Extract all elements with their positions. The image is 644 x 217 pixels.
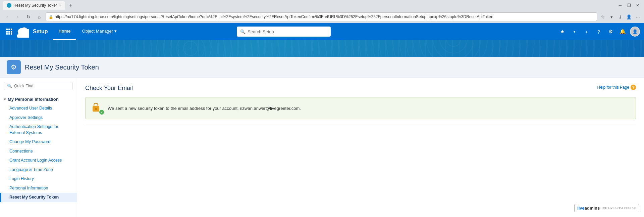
svg-rect-3 <box>6 31 8 33</box>
browser-settings-icon[interactable]: ⋯ <box>634 13 641 20</box>
svg-rect-6 <box>6 33 8 35</box>
svg-rect-2 <box>11 29 12 30</box>
sidebar-item-language-timezone[interactable]: Language & Time Zone <box>0 165 77 175</box>
settings-icon[interactable]: ⚙ <box>606 27 616 37</box>
page-header-icon: ⚙ <box>7 60 21 74</box>
help-for-page-link[interactable]: Help for this Page ? <box>597 85 636 90</box>
page-header: ⚙ Reset My Security Token <box>0 57 644 78</box>
salesforce-logo[interactable] <box>17 26 29 38</box>
nav-tabs: Home Object Manager ▾ <box>53 23 122 40</box>
svg-rect-1 <box>8 29 10 30</box>
app-launcher-button[interactable] <box>4 27 14 37</box>
minimize-button[interactable]: ─ <box>616 2 624 9</box>
tab-object-manager[interactable]: Object Manager ▾ <box>77 23 122 40</box>
window-controls: ─ ❐ ✕ <box>616 2 641 9</box>
tab-favicon <box>7 3 11 8</box>
main-area: 🔍 ▾ My Personal Information Advanced Use… <box>0 78 644 217</box>
bookmark-icon[interactable]: ☆ <box>599 13 606 20</box>
sidebar-group-header[interactable]: ▾ My Personal Information <box>0 95 77 104</box>
quickfind-input[interactable] <box>14 84 70 88</box>
svg-rect-4 <box>8 31 10 33</box>
quickfind-container: 🔍 <box>0 82 77 93</box>
grid-icon <box>6 29 12 35</box>
browser-addressbar: ‹ › ↻ ⌂ 🔒 https://na174.lightning.force.… <box>0 11 644 23</box>
sidebar-item-change-password[interactable]: Change My Password <box>0 137 77 147</box>
app-title: Setup <box>33 29 48 35</box>
content-inner: Check Your Email Help for this Page ? <box>77 78 644 140</box>
liveadmins-live-text: live <box>577 206 585 211</box>
help-icon[interactable]: ? <box>594 27 604 37</box>
sidebar-section: ▾ My Personal Information Advanced User … <box>0 93 77 204</box>
sidebar-item-grant-access[interactable]: Grant Account Login Access <box>0 156 77 165</box>
favorites-dropdown-icon[interactable]: ▾ <box>570 27 580 37</box>
forward-button[interactable]: › <box>13 12 22 21</box>
svg-point-9 <box>18 28 28 35</box>
liveadmins-tagline: THE LIVE CHAT PEOPLE <box>601 207 636 210</box>
download-icon[interactable]: ⤓ <box>616 13 624 20</box>
svg-rect-5 <box>11 31 12 33</box>
back-button[interactable]: ‹ <box>3 12 11 21</box>
success-message-box: ✓ We sent a new security token to the em… <box>85 97 636 119</box>
svg-rect-7 <box>8 33 10 35</box>
bookmark-list-icon[interactable]: ▾ <box>608 13 615 20</box>
dropdown-chevron-icon: ▾ <box>114 29 117 34</box>
lock-icon: 🔒 <box>49 15 53 19</box>
tab-close-button[interactable]: × <box>59 3 61 7</box>
new-tab-button[interactable]: + <box>66 2 75 8</box>
address-url: https://na174.lightning.force.com/lightn… <box>55 14 493 19</box>
success-message-text: We sent a new security token to the emai… <box>108 106 301 111</box>
favorites-icon[interactable]: ★ <box>557 27 568 37</box>
search-input[interactable] <box>248 29 325 34</box>
gear-icon: ⚙ <box>11 63 17 71</box>
sidebar-item-auth-settings[interactable]: Authentication Settings for External Sys… <box>0 122 77 137</box>
help-badge-icon: ? <box>631 85 636 90</box>
maximize-button[interactable]: ❐ <box>625 2 633 9</box>
chevron-down-icon: ▾ <box>4 97 6 101</box>
svg-rect-0 <box>6 29 8 30</box>
help-link-text: Help for this Page <box>597 85 629 90</box>
sidebar-item-personal-information[interactable]: Personal Information <box>0 184 77 193</box>
profile-icon[interactable]: 👤 <box>625 13 633 20</box>
success-icon-wrapper: ✓ <box>91 102 103 114</box>
content-area: Check Your Email Help for this Page ? <box>77 78 644 217</box>
sidebar-item-login-history[interactable]: Login History <box>0 174 77 184</box>
tab-label: Reset My Security Toker <box>13 3 57 8</box>
top-navigation: Setup Home Object Manager ▾ 🔍 ★ ▾ + ? ⚙ … <box>0 23 644 40</box>
browser-chrome: Reset My Security Toker × + ─ ❐ ✕ ‹ › ↻ … <box>0 0 644 23</box>
quickfind-input-wrapper[interactable]: 🔍 <box>4 82 73 90</box>
check-badge-icon: ✓ <box>99 110 104 115</box>
close-button[interactable]: ✕ <box>634 2 641 9</box>
browser-tab[interactable]: Reset My Security Toker × <box>3 1 65 10</box>
tab-home[interactable]: Home <box>53 23 76 40</box>
liveadmins-watermark: live admins THE LIVE CHAT PEOPLE <box>574 204 639 212</box>
home-button[interactable]: ⌂ <box>35 12 44 21</box>
refresh-button[interactable]: ↻ <box>24 12 33 21</box>
search-icon: 🔍 <box>240 29 246 34</box>
sidebar-item-connections[interactable]: Connections <box>0 147 77 156</box>
decorative-banner <box>0 40 644 57</box>
sidebar-item-reset-security-token[interactable]: Reset My Security Token <box>0 193 77 202</box>
notifications-icon[interactable]: 🔔 <box>618 27 628 37</box>
page-title: Reset My Security Token <box>25 63 99 71</box>
content-title: Check Your Email <box>85 85 133 92</box>
global-search-bar[interactable]: 🔍 <box>237 27 331 37</box>
sidebar-group-label: My Personal Information <box>8 97 59 102</box>
liveadmins-admins-text: admins <box>585 206 600 211</box>
browser-titlebar: Reset My Security Toker × + ─ ❐ ✕ <box>0 0 644 11</box>
content-divider <box>85 126 636 126</box>
svg-rect-11 <box>95 108 97 110</box>
sidebar: 🔍 ▾ My Personal Information Advanced Use… <box>0 78 77 217</box>
quickfind-search-icon: 🔍 <box>7 84 12 88</box>
topnav-right-icons: ★ ▾ + ? ⚙ 🔔 👤 <box>557 27 640 37</box>
sidebar-item-advanced-user-details[interactable]: Advanced User Details <box>0 104 77 113</box>
user-avatar[interactable]: 👤 <box>630 27 640 37</box>
svg-rect-8 <box>11 33 12 35</box>
sidebar-item-approver-settings[interactable]: Approver Settings <box>0 113 77 123</box>
add-button[interactable]: + <box>582 27 592 37</box>
address-bar[interactable]: 🔒 https://na174.lightning.force.com/ligh… <box>46 12 597 21</box>
salesforce-app: Setup Home Object Manager ▾ 🔍 ★ ▾ + ? ⚙ … <box>0 23 644 217</box>
addressbar-right-icons: ☆ ▾ ⤓ 👤 ⋯ <box>599 13 641 20</box>
content-header: Check Your Email Help for this Page ? <box>85 85 636 92</box>
